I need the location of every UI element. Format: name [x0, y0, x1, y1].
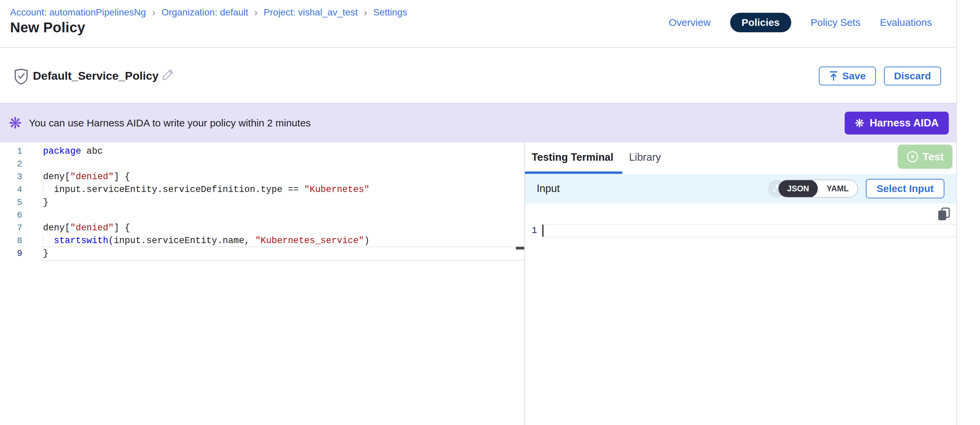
discard-button-label: Discard — [894, 70, 931, 82]
line-number: 8 — [0, 234, 25, 247]
code-text: } — [25, 196, 48, 209]
code-line-6[interactable]: 6 — [0, 209, 524, 222]
testing-terminal-panel: Testing Terminal Library Test Input JSON — [525, 142, 956, 425]
line-number: 4 — [0, 183, 25, 196]
nav-item-policies[interactable]: Policies — [730, 13, 791, 32]
tab-library[interactable]: Library — [629, 151, 661, 163]
format-option-json[interactable]: JSON — [778, 179, 818, 198]
nav-item-evaluations[interactable]: Evaluations — [880, 13, 932, 32]
input-active-line-highlight — [543, 224, 956, 237]
tab-testing-terminal[interactable]: Testing Terminal — [531, 151, 613, 163]
active-tab-underline — [525, 171, 622, 174]
code-text: } — [25, 247, 48, 260]
policy-editor-page: Account: automationPipelinesNg›Organizat… — [0, 0, 980, 425]
test-button[interactable]: Test — [898, 145, 953, 169]
breadcrumb-link[interactable]: Organization: default — [162, 7, 248, 18]
code-line-1[interactable]: 1package abc — [0, 145, 524, 158]
code-line-2[interactable]: 2 — [0, 158, 524, 171]
toolbar-actions: Save Discard — [819, 67, 941, 85]
save-button-label: Save — [842, 70, 866, 82]
upload-icon — [829, 71, 838, 81]
edit-policy-name-icon[interactable] — [161, 67, 175, 82]
code-line-4[interactable]: 4 input.serviceEntity.serviceDefinition.… — [0, 183, 524, 196]
terminal-tab-bar: Testing Terminal Library Test — [525, 142, 956, 174]
aida-banner: ❋ You can use Harness AIDA to write your… — [0, 103, 956, 142]
code-text: package abc — [25, 145, 103, 158]
input-section-label: Input — [537, 182, 560, 195]
nav-item-overview[interactable]: Overview — [669, 13, 711, 32]
code-text: input.serviceEntity.serviceDefinition.ty… — [25, 183, 369, 196]
code-text: deny["denied"] { — [25, 171, 130, 183]
breadcrumb-separator: › — [254, 7, 258, 18]
input-line-number: 1 — [525, 224, 543, 237]
code-text — [25, 209, 43, 222]
input-format-toggle: JSON YAML — [778, 179, 858, 198]
test-input-editor[interactable]: 1 — [525, 224, 956, 244]
code-text: deny["denied"] { — [25, 222, 130, 234]
code-line-5[interactable]: 5} — [0, 196, 524, 209]
page-header: Account: automationPipelinesNg›Organizat… — [0, 0, 956, 48]
breadcrumb-separator: › — [151, 7, 156, 18]
input-editor-line[interactable]: 1 — [525, 224, 956, 237]
page-right-edge — [956, 0, 957, 425]
top-nav: OverviewPoliciesPolicy SetsEvaluations — [669, 13, 932, 32]
code-line-3[interactable]: 3deny["denied"] { — [0, 171, 524, 183]
breadcrumb-link[interactable]: Account: automationPipelinesNg — [10, 7, 146, 18]
input-section-bar: Input JSON YAML Select Input — [525, 174, 956, 203]
format-option-yaml[interactable]: YAML — [818, 179, 858, 198]
code-text — [25, 158, 43, 171]
aida-button-label: Harness AIDA — [870, 117, 939, 129]
policy-name: Default_Service_Policy — [33, 69, 159, 82]
policy-code-editor[interactable]: 1package abc23deny["denied"] {4 input.se… — [0, 142, 524, 425]
page-title: New Policy — [10, 19, 85, 36]
breadcrumb: Account: automationPipelinesNg›Organizat… — [10, 7, 407, 18]
nav-item-policy-sets[interactable]: Policy Sets — [811, 13, 861, 32]
line-number: 7 — [0, 222, 25, 234]
policy-shield-icon — [14, 69, 28, 85]
aida-flower-icon: ❋ — [9, 115, 22, 131]
aida-banner-message: You can use Harness AIDA to write your p… — [29, 117, 311, 129]
editor-workspace: 1package abc23deny["denied"] {4 input.se… — [0, 142, 980, 425]
policy-toolbar: Default_Service_Policy Save Discard — [0, 48, 956, 103]
breadcrumb-link[interactable]: Project: vishal_av_test — [264, 7, 358, 18]
select-input-button[interactable]: Select Input — [866, 179, 944, 198]
text-cursor — [542, 225, 543, 237]
code-line-7[interactable]: 7deny["denied"] { — [0, 222, 524, 234]
line-number: 6 — [0, 209, 25, 222]
indent-guide — [43, 234, 43, 247]
harness-aida-button[interactable]: ❋ Harness AIDA — [845, 112, 949, 134]
line-number: 9 — [0, 247, 25, 260]
copy-input-icon[interactable] — [937, 207, 950, 222]
line-number: 3 — [0, 171, 25, 183]
code-line-9[interactable]: 9} — [0, 247, 524, 260]
line-number: 2 — [0, 158, 25, 171]
line-number: 5 — [0, 196, 25, 209]
discard-button[interactable]: Discard — [884, 67, 941, 85]
breadcrumb-separator: › — [363, 7, 368, 18]
play-icon — [907, 151, 918, 163]
line-number: 1 — [0, 145, 25, 158]
save-button[interactable]: Save — [819, 67, 876, 85]
code-text: startswith(input.serviceEntity.name, "Ku… — [25, 234, 369, 247]
indent-guide — [43, 183, 43, 196]
aida-button-flower-icon: ❋ — [855, 117, 864, 129]
code-line-8[interactable]: 8 startswith(input.serviceEntity.name, "… — [0, 234, 524, 247]
test-button-label: Test — [923, 151, 944, 163]
breadcrumb-link[interactable]: Settings — [373, 7, 407, 18]
